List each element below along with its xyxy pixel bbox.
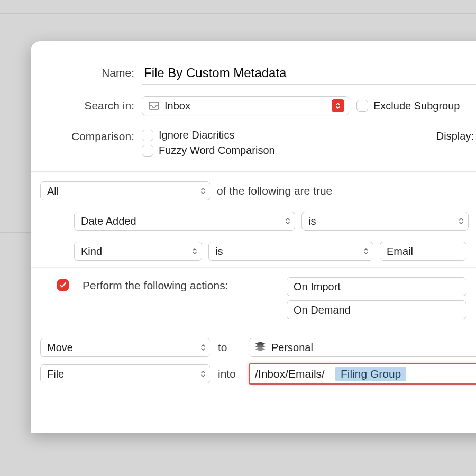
- rule1-op-value: is: [308, 215, 316, 227]
- ignore-diacritics-row[interactable]: Ignore Diacritics: [142, 129, 275, 141]
- search-in-select[interactable]: Inbox: [142, 96, 349, 115]
- action2-type-select[interactable]: File: [40, 364, 210, 383]
- svg-marker-3: [255, 347, 266, 351]
- chevron-updown-icon: [459, 218, 464, 224]
- comparison-label: Comparison:: [31, 129, 142, 143]
- rule2-value: Email: [387, 245, 413, 258]
- name-label: Name:: [31, 67, 142, 79]
- chevron-updown-icon: [192, 248, 197, 254]
- rule2-field-value: Kind: [81, 245, 102, 258]
- rule-name-input[interactable]: [142, 61, 476, 85]
- rule2-op-select[interactable]: is: [208, 242, 373, 261]
- inbox-icon: [148, 102, 160, 110]
- rule2-value-select[interactable]: Email: [380, 242, 466, 261]
- action1-value: Move: [47, 342, 73, 354]
- filing-group-token[interactable]: Filing Group: [335, 367, 406, 381]
- file-path-input[interactable]: /Inbox/Emails/ Filing Group: [249, 363, 476, 385]
- chevron-updown-icon: [200, 188, 206, 194]
- perform-actions-label: Perform the following actions:: [83, 277, 277, 292]
- fuzzy-checkbox[interactable]: [142, 145, 153, 157]
- to-label: to: [218, 341, 241, 354]
- perform-actions-checkbox[interactable]: [57, 279, 69, 291]
- database-stack-icon: [254, 341, 266, 354]
- move-destination-value: Personal: [271, 342, 313, 354]
- trigger-on-demand[interactable]: On Demand: [287, 300, 466, 319]
- exclude-subgroups-checkbox[interactable]: [356, 100, 368, 112]
- fuzzy-label: Fuzzy Word Comparison: [159, 144, 275, 157]
- search-in-value: Inbox: [164, 100, 190, 112]
- chevron-updown-icon: [285, 218, 290, 224]
- rule1-field-value: Date Added: [81, 215, 136, 227]
- ignore-diacritics-checkbox[interactable]: [142, 130, 153, 141]
- ignore-diacritics-label: Ignore Diacritics: [159, 129, 234, 141]
- display-label: Display:: [436, 130, 474, 142]
- chevron-updown-icon: [363, 248, 369, 254]
- rule-editor-sheet: Name: Search in: Inbox Exclude Subgroup: [31, 41, 476, 433]
- file-path-text: /Inbox/Emails/: [255, 368, 325, 380]
- rule2-op-value: is: [215, 245, 223, 258]
- move-destination-select[interactable]: Personal: [249, 338, 476, 357]
- trigger2-value: On Demand: [294, 304, 351, 316]
- chevron-updown-icon: [200, 344, 206, 351]
- exclude-subgroups-checkbox-row[interactable]: Exclude Subgroup: [356, 100, 460, 112]
- trigger1-value: On Import: [294, 281, 341, 293]
- action2-value: File: [47, 368, 64, 380]
- chevron-updown-icon: [332, 99, 344, 112]
- combiner-value: All: [47, 185, 59, 197]
- rule1-field-select[interactable]: Date Added: [74, 212, 295, 231]
- chevron-updown-icon: [200, 371, 206, 377]
- combiner-select[interactable]: All: [40, 181, 210, 200]
- action1-type-select[interactable]: Move: [40, 338, 210, 357]
- into-label: into: [218, 368, 241, 380]
- trigger-on-import[interactable]: On Import: [287, 277, 466, 296]
- rule1-op-select[interactable]: is: [301, 212, 469, 231]
- combiner-suffix: of the following are true: [217, 185, 332, 197]
- searchin-label: Search in:: [31, 99, 142, 112]
- rule2-field-select[interactable]: Kind: [74, 242, 202, 261]
- fuzzy-row[interactable]: Fuzzy Word Comparison: [142, 144, 275, 157]
- exclude-subgroups-label: Exclude Subgroup: [373, 100, 460, 112]
